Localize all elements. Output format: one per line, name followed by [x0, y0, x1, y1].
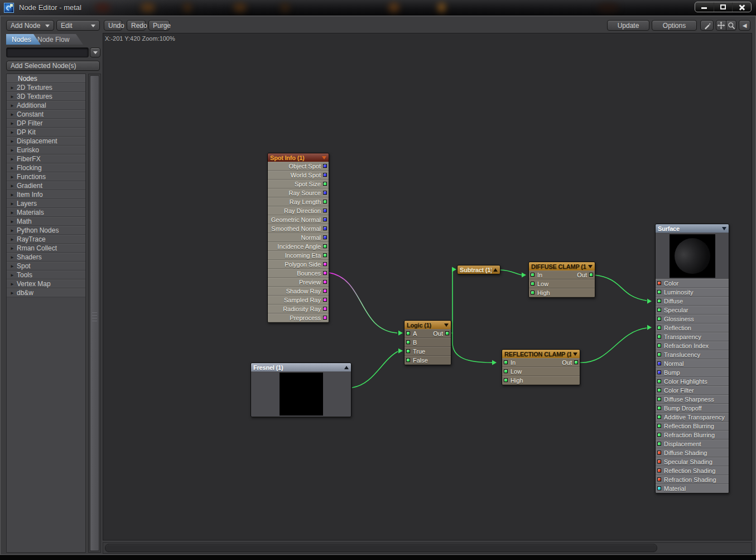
port-out-shadow-ray[interactable]: [323, 289, 327, 293]
port-in-color-highlights[interactable]: [657, 379, 661, 383]
edit-dropdown[interactable]: Edit: [56, 20, 100, 31]
port-in-refraction-shading[interactable]: [657, 477, 661, 481]
port-out-geometric-normal[interactable]: [323, 218, 327, 221]
canvas-hscrollbar[interactable]: [103, 542, 752, 554]
purge-button[interactable]: Purge: [148, 20, 170, 31]
port-in-low[interactable]: [531, 282, 535, 286]
zoom-tool-button[interactable]: [726, 20, 736, 31]
port-out-sampled-ray[interactable]: [323, 298, 327, 302]
port-in-diffuse[interactable]: [657, 299, 661, 303]
undo-button[interactable]: Undo: [104, 20, 122, 31]
sidebar-item-raytrace[interactable]: ►RayTrace: [7, 235, 85, 244]
node-surface[interactable]: SurfaceColorLuminosityDiffuseSpecularGlo…: [655, 224, 729, 494]
sidebar-item-dp-kit[interactable]: ►DP Kit: [7, 128, 85, 137]
port-out-out[interactable]: [574, 360, 578, 364]
port-out-radiosity-ray[interactable]: [323, 307, 327, 311]
port-in-a[interactable]: [406, 331, 410, 335]
sidebar-item-eurisko[interactable]: ►Eurisko: [7, 146, 85, 155]
port-out-preprocess[interactable]: [323, 316, 327, 320]
port-out-object-spot[interactable]: [323, 164, 327, 168]
port-out-incidence-angle[interactable]: [323, 244, 327, 248]
port-in-displacement[interactable]: [657, 442, 661, 446]
canvas-hscrollbar-thumb[interactable]: [105, 544, 657, 552]
port-out-spot-size[interactable]: [323, 182, 327, 186]
port-in-bump[interactable]: [657, 370, 661, 374]
node-header[interactable]: Logic (1): [405, 321, 451, 329]
node-menu-down-icon[interactable]: [444, 324, 449, 327]
minimize-button[interactable]: [695, 2, 714, 12]
search-dropdown-button[interactable]: [90, 47, 100, 57]
update-button[interactable]: Update: [607, 20, 649, 31]
sidebar-item-layers[interactable]: ►Layers: [7, 199, 85, 208]
sidebar-item-item-info[interactable]: ►Item Info: [7, 190, 85, 199]
sidebar-item-gradient[interactable]: ►Gradient: [7, 181, 85, 190]
sidebar-item-flocking[interactable]: ►Flocking: [7, 163, 85, 172]
node-logic[interactable]: Logic (1)AOutBTrueFalse: [404, 320, 451, 365]
port-out-incoming-eta[interactable]: [323, 253, 327, 257]
port-out-smoothed-normal[interactable]: [323, 226, 327, 230]
port-out-bounces[interactable]: [323, 271, 327, 275]
node-header[interactable]: REFLECTION CLAMP (1): [502, 350, 580, 358]
pen-tool-button[interactable]: [700, 20, 714, 31]
node-spot-info[interactable]: Spot Info (1)Object SpotWorld SpotSpot S…: [267, 153, 329, 323]
port-in-refraction-index[interactable]: [657, 344, 661, 347]
add-node-dropdown[interactable]: Add Node: [6, 20, 54, 31]
port-in-high[interactable]: [504, 378, 508, 382]
node-subtract[interactable]: Subtract (1): [457, 265, 500, 274]
sidebar-item-dp-filter[interactable]: ►DP Filter: [7, 119, 85, 128]
port-in-in[interactable]: [531, 273, 535, 277]
sidebar-scrollbar[interactable]: [88, 74, 101, 553]
sidebar-item-shaders[interactable]: ►Shaders: [7, 253, 85, 262]
node-collapse-up-icon[interactable]: [493, 268, 498, 272]
sidebar-item-spot[interactable]: ►Spot: [7, 262, 85, 271]
search-input[interactable]: [6, 47, 89, 57]
options-button[interactable]: Options: [652, 20, 697, 31]
node-menu-down-icon[interactable]: [322, 156, 326, 160]
sidebar-item-db-w[interactable]: ►db&w: [7, 288, 85, 297]
sidebar-item-math[interactable]: ►Math: [7, 217, 85, 226]
port-in-reflection-blurring[interactable]: [657, 424, 661, 428]
node-header[interactable]: DIFFUSE CLAMP (1): [529, 262, 595, 271]
port-in-reflection-shading[interactable]: [657, 469, 661, 472]
port-out-out[interactable]: [445, 331, 449, 335]
port-out-polygon-side[interactable]: [323, 262, 327, 266]
pan-tool-button[interactable]: [716, 20, 726, 31]
port-in-specular-shading[interactable]: [657, 460, 661, 464]
port-in-b[interactable]: [406, 340, 410, 344]
sidebar-item-fiberfx[interactable]: ►FiberFX: [7, 155, 85, 163]
port-in-luminosity[interactable]: [657, 290, 661, 294]
port-out-out[interactable]: [589, 273, 593, 277]
sidebar-item-rman-collect[interactable]: ►Rman Collect: [7, 244, 85, 253]
node-menu-down-icon[interactable]: [573, 353, 577, 356]
port-in-specular[interactable]: [657, 308, 661, 312]
maximize-button[interactable]: [714, 2, 733, 12]
node-header[interactable]: Fresnel (1): [251, 363, 351, 371]
node-menu-down-icon[interactable]: [588, 265, 593, 268]
port-out-ray-direction[interactable]: [323, 209, 327, 213]
port-in-high[interactable]: [531, 291, 535, 295]
node-header[interactable]: Spot Info (1): [268, 153, 329, 162]
canvas[interactable]: X:-201 Y:420 Zoom:100% Spot Info (1)Obje…: [103, 33, 752, 540]
port-out-ray-length[interactable]: [323, 200, 327, 204]
port-in-diffuse-shading[interactable]: [657, 451, 661, 455]
titlebar[interactable]: Node Editor - metal: [0, 0, 756, 16]
port-in-additive-transparency[interactable]: [657, 415, 661, 419]
port-in-material[interactable]: [657, 486, 661, 490]
port-in-refraction-blurring[interactable]: [657, 433, 661, 437]
sidebar-item-functions[interactable]: ►Functions: [7, 172, 85, 181]
sidebar-item-3d-textures[interactable]: ►3D Textures: [7, 92, 85, 101]
port-in-reflection[interactable]: [657, 326, 661, 330]
port-out-world-spot[interactable]: [323, 173, 327, 177]
port-out-ray-source[interactable]: [323, 191, 327, 195]
sidebar-item-additional[interactable]: ►Additional: [7, 101, 85, 110]
port-in-in[interactable]: [504, 360, 508, 364]
port-out-normal[interactable]: [323, 235, 327, 239]
sidebar-item-constant[interactable]: ►Constant: [7, 110, 85, 119]
port-in-glossiness[interactable]: [657, 317, 661, 321]
node-diffuse-clamp[interactable]: DIFFUSE CLAMP (1)InOutLowHigh: [528, 262, 595, 298]
node-fresnel[interactable]: Fresnel (1): [251, 363, 351, 417]
sidebar-item-tools[interactable]: ►Tools: [7, 271, 85, 279]
node-menu-down-icon[interactable]: [722, 227, 726, 230]
port-in-transparency[interactable]: [657, 335, 661, 339]
close-button[interactable]: [733, 2, 751, 12]
